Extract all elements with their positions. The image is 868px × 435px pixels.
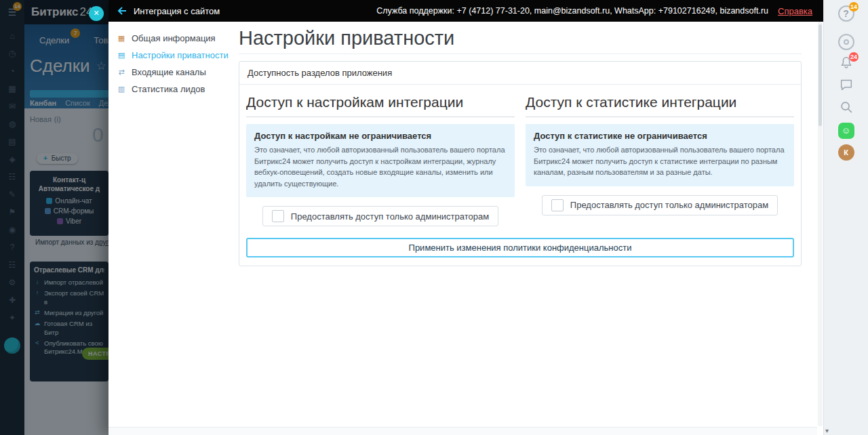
privacy-settings-title: Настройки приватности (239, 27, 802, 49)
statistics-admin-only-checkbox-row[interactable]: Предоставлять доступ только администрато… (542, 195, 778, 215)
privacy-doc-icon: ▤ (117, 51, 126, 60)
back-arrow-icon[interactable] (117, 5, 127, 16)
statistics-access-info-box: Доступ к статистике не ограничивается Эт… (526, 124, 794, 186)
user-avatar[interactable]: К (838, 144, 854, 161)
search-icon[interactable] (839, 100, 854, 115)
nav-item-inbound-channels[interactable]: ⇄ Входящие каналы (108, 64, 228, 81)
app-sections-availability-panel: Доступность разделов приложения Доступ к… (239, 61, 802, 266)
statistics-icon: ▥ (117, 85, 126, 94)
scroll-down-arrow[interactable]: ▾ (825, 427, 829, 434)
title-divider (239, 54, 802, 54)
help-counter-badge[interactable]: 14 (849, 2, 859, 12)
history-icon[interactable] (838, 34, 854, 50)
nav-item-privacy-settings[interactable]: ▤ Настройки приватности (108, 47, 228, 64)
right-utility-bar: 14 ? 24 ☺ К ▾ (823, 0, 868, 435)
statistics-admin-only-checkbox[interactable] (551, 199, 564, 211)
apply-privacy-changes-button[interactable]: Применить изменения политики конфиденциа… (246, 238, 794, 257)
nav-item-leads-statistics[interactable]: ▥ Статистика лидов (108, 81, 228, 98)
slider-topbar: Интеграция с сайтом Служба поддержки: +7… (108, 0, 823, 22)
general-info-icon: ▦ (117, 34, 126, 43)
slider-topbar-right: Служба поддержки: +7 (4712) 77-31-20, ma… (376, 6, 812, 16)
slider-content: Настройки приватности Доступность раздел… (228, 22, 817, 427)
slider-close-button[interactable]: × (89, 6, 104, 21)
notifications-counter-badge[interactable]: 24 (849, 52, 859, 62)
slider-bottom-scroll-strip (108, 427, 817, 435)
panel-header: Доступность разделов приложения (239, 62, 801, 85)
help-link[interactable]: Справка (778, 6, 812, 16)
nav-item-general-info[interactable]: ▦ Общая информация (108, 30, 228, 47)
support-contacts-text: Служба поддержки: +7 (4712) 77-31-20, ma… (376, 6, 768, 16)
slider-vertical-scrollbar[interactable] (818, 22, 823, 426)
settings-admin-only-checkbox-row[interactable]: Предоставлять доступ только администрато… (262, 206, 498, 226)
settings-admin-only-checkbox[interactable] (272, 210, 284, 222)
slider-nav: ▦ Общая информация ▤ Настройки приватнос… (108, 22, 228, 427)
statistics-access-heading: Доступ к статистике интеграции (526, 94, 794, 117)
messenger-icon[interactable] (839, 77, 854, 92)
integration-settings-slider: × Интеграция с сайтом Служба поддержки: … (108, 0, 823, 435)
settings-access-info-box: Доступ к настройкам не ограничивается Эт… (246, 124, 515, 197)
channels-icon: ⇄ (117, 68, 126, 77)
statistics-access-section: Доступ к статистике интеграции Доступ к … (526, 85, 794, 215)
slider-title: Интеграция с сайтом (134, 6, 220, 16)
livechat-widget-icon[interactable]: ☺ (838, 123, 854, 139)
scrollbar-thumb[interactable] (818, 24, 822, 126)
settings-access-section: Доступ к настройкам интеграции Доступ к … (246, 85, 515, 226)
settings-access-heading: Доступ к настройкам интеграции (246, 94, 515, 117)
